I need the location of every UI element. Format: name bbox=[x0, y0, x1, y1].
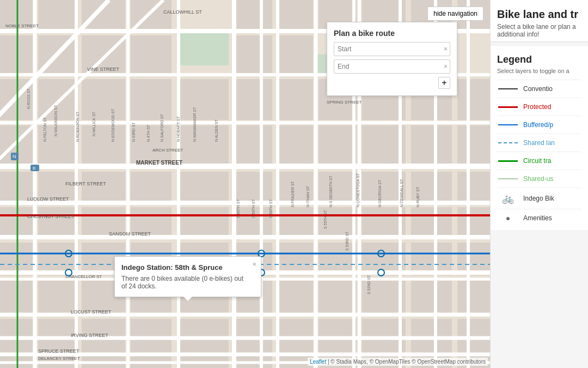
svg-rect-75 bbox=[38, 281, 76, 313]
legend-item-shared-use[interactable]: Shared-us bbox=[497, 170, 581, 188]
legend-item-buffered[interactable]: Buffered/p bbox=[497, 116, 581, 134]
sidebar-subtitle: Select a bike lane or plan a additional … bbox=[497, 23, 581, 38]
svg-text:N ROSS ST: N ROSS ST bbox=[27, 88, 30, 109]
svg-rect-88 bbox=[131, 319, 171, 368]
svg-rect-16 bbox=[131, 35, 171, 74]
route-end-clear[interactable]: × bbox=[444, 63, 448, 70]
svg-text:FILBERT STREET: FILBERT STREET bbox=[65, 181, 106, 186]
leaflet-link[interactable]: Leaflet bbox=[310, 359, 326, 365]
svg-rect-13 bbox=[0, 35, 33, 74]
svg-rect-21 bbox=[82, 79, 125, 120]
svg-text:N MILLICK ST: N MILLICK ST bbox=[92, 111, 96, 136]
legend-subtitle: Select layers to toggle on a bbox=[497, 68, 581, 74]
svg-rect-89 bbox=[177, 319, 229, 368]
svg-rect-39 bbox=[411, 125, 452, 166]
svg-text:CHESTNUT STREET: CHESTNUT STREET bbox=[27, 214, 75, 219]
legend-label-buffered: Buffered/p bbox=[523, 121, 553, 129]
route-start-clear[interactable]: × bbox=[444, 45, 448, 53]
svg-text:N S SEGBSTN ST: N S SEGBSTN ST bbox=[329, 175, 333, 207]
svg-rect-85 bbox=[0, 319, 33, 368]
svg-text:N ALDEN ST: N ALDEN ST bbox=[215, 119, 218, 142]
svg-rect-1 bbox=[180, 33, 229, 65]
legend-label-amenities: Amenities bbox=[523, 214, 552, 222]
svg-text:N 4TH ST: N 4TH ST bbox=[146, 124, 150, 142]
svg-rect-22 bbox=[131, 79, 171, 120]
svg-text:IRVING STREET: IRVING STREET bbox=[71, 333, 108, 338]
legend-item-protected[interactable]: Protected bbox=[497, 98, 581, 116]
svg-rect-84 bbox=[457, 281, 490, 313]
svg-rect-48 bbox=[318, 172, 357, 202]
svg-rect-25 bbox=[278, 79, 313, 120]
svg-rect-37 bbox=[318, 125, 357, 166]
svg-rect-61 bbox=[411, 207, 452, 237]
svg-rect-34 bbox=[177, 125, 229, 166]
station-popup-title: Indego Station: 58th & Spruce bbox=[121, 263, 244, 272]
add-waypoint-button[interactable]: + bbox=[438, 77, 450, 89]
svg-text:N ROBINSON ST: N ROBINSON ST bbox=[76, 111, 79, 142]
map-attribution: Leaflet | © Stadia Maps, © OpenMapTiles … bbox=[308, 358, 488, 366]
legend-item-circuit[interactable]: Circuit tra bbox=[497, 152, 581, 170]
legend-item-indego[interactable]: 🚲 Indego Bik bbox=[497, 188, 581, 209]
svg-rect-58 bbox=[278, 207, 313, 237]
legend-label-shared-lane: Shared lan bbox=[523, 139, 555, 147]
svg-text:CALLOWHILL ST: CALLOWHILL ST bbox=[163, 9, 202, 15]
svg-text:N CEWDALL ST: N CEWDALL ST bbox=[400, 179, 403, 207]
hide-navigation-button[interactable]: hide navigation bbox=[427, 7, 483, 21]
svg-text:S 53RD ST: S 53RD ST bbox=[345, 231, 349, 251]
attribution-text: | © Stadia Maps, © OpenMapTiles © OpenSt… bbox=[328, 359, 486, 365]
legend-label-circuit: Circuit tra bbox=[523, 157, 551, 165]
svg-rect-8 bbox=[278, 0, 313, 30]
svg-rect-52 bbox=[0, 207, 33, 237]
svg-text:SANSOM STREET: SANSOM STREET bbox=[109, 231, 151, 237]
svg-text:N 63RD ST: N 63RD ST bbox=[132, 122, 136, 142]
legend-title: Legend bbox=[497, 54, 581, 65]
station-popup-close[interactable]: × bbox=[252, 260, 256, 268]
svg-rect-56 bbox=[177, 207, 229, 237]
route-panel-title: Plan a bike route bbox=[334, 29, 450, 38]
svg-rect-46 bbox=[234, 172, 272, 202]
svg-rect-53 bbox=[38, 207, 76, 237]
map-container[interactable]: CALLOWHILL ST NOBLE STREET VINE STREET S… bbox=[0, 0, 490, 368]
svg-text:VINE STREET: VINE STREET bbox=[87, 67, 120, 72]
svg-rect-36 bbox=[278, 125, 313, 166]
svg-rect-40 bbox=[457, 125, 490, 166]
svg-text:N HOBART ST: N HOBART ST bbox=[176, 116, 180, 142]
svg-text:SPRING STREET: SPRING STREET bbox=[327, 100, 362, 105]
svg-rect-90 bbox=[234, 319, 272, 368]
legend-item-shared-lane[interactable]: Shared lan bbox=[497, 134, 581, 152]
svg-text:LUDLOW STREET: LUDLOW STREET bbox=[27, 196, 69, 202]
svg-rect-44 bbox=[131, 172, 171, 202]
svg-text:N WANAMAKER ST: N WANAMAKER ST bbox=[193, 107, 197, 142]
svg-rect-83 bbox=[411, 281, 452, 313]
svg-text:N RUBY ST: N RUBY ST bbox=[416, 186, 420, 207]
svg-text:NOBLE STREET: NOBLE STREET bbox=[5, 23, 39, 28]
svg-text:N EDGEWOOD ST: N EDGEWOOD ST bbox=[111, 108, 115, 142]
station-popup-description: There are 0 bikes available (0 e-bikes) … bbox=[121, 275, 244, 290]
svg-rect-43 bbox=[82, 172, 125, 202]
svg-text:N: N bbox=[13, 154, 16, 159]
svg-text:S 58TH ST: S 58TH ST bbox=[269, 199, 273, 218]
route-start-input[interactable] bbox=[334, 42, 450, 56]
svg-text:N FRAZIER ST: N FRAZIER ST bbox=[291, 180, 295, 207]
amenities-icon: ● bbox=[497, 214, 519, 222]
svg-text:DELANCEY STREET: DELANCEY STREET bbox=[38, 356, 80, 361]
svg-rect-4 bbox=[38, 0, 76, 30]
svg-rect-62 bbox=[457, 207, 490, 237]
svg-rect-29 bbox=[457, 79, 490, 120]
svg-text:N GEORGIA ST: N GEORGIA ST bbox=[378, 179, 382, 207]
route-end-input[interactable] bbox=[334, 59, 450, 74]
legend-item-amenities[interactable]: ● Amenities bbox=[497, 209, 581, 227]
svg-rect-7 bbox=[234, 0, 272, 30]
bike-icon: 🚲 bbox=[497, 192, 519, 204]
sidebar-header: Bike lane and tr Select a bike lane or p… bbox=[491, 0, 588, 42]
legend-label-conventional: Conventio bbox=[523, 85, 553, 93]
route-panel: Plan a bike route × × + bbox=[327, 22, 457, 96]
legend-label-indego: Indego Bik bbox=[523, 195, 554, 202]
svg-text:SPRUCE STREET: SPRUCE STREET bbox=[38, 348, 79, 354]
svg-text:S 59TH ST: S 59TH ST bbox=[252, 199, 255, 218]
legend-label-protected: Protected bbox=[523, 103, 551, 111]
svg-text:N SALFORD ST: N SALFORD ST bbox=[160, 113, 164, 142]
svg-text:N ITHAN ST: N ITHAN ST bbox=[306, 185, 310, 207]
svg-text:S 55TH ST: S 55TH ST bbox=[323, 210, 327, 229]
legend-item-conventional[interactable]: Conventio bbox=[497, 80, 581, 98]
